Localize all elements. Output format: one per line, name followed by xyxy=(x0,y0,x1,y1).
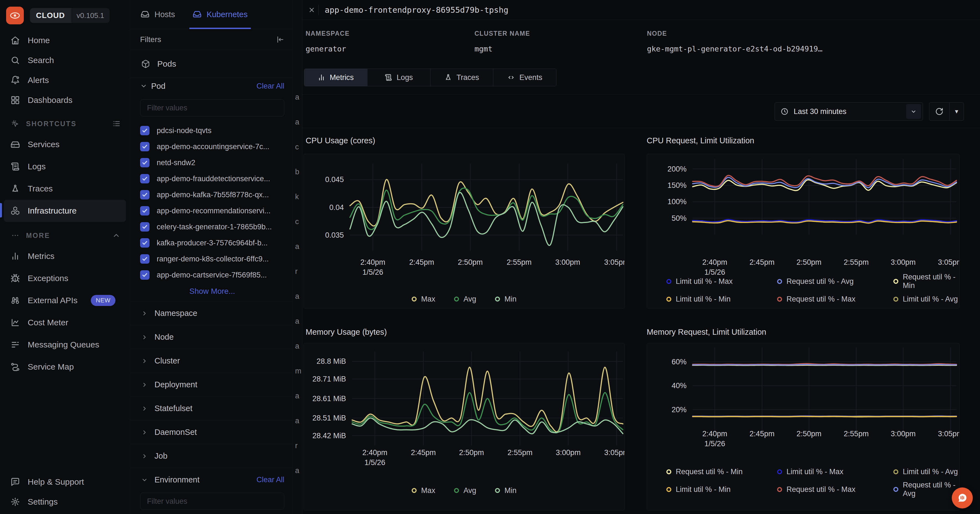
list-icon[interactable] xyxy=(112,119,121,128)
filter-section-environment[interactable]: Environment Clear All xyxy=(130,468,293,492)
legend-series-marker xyxy=(667,279,671,284)
collapse-panel-icon[interactable] xyxy=(276,35,284,44)
sidebar-item-external-apis[interactable]: External APIs NEW xyxy=(0,289,130,311)
checkbox-checked[interactable] xyxy=(140,142,150,151)
pod-option-row[interactable]: app-demo-recommendationservi... xyxy=(140,203,284,219)
pod-option-row[interactable]: app-demo-accountingservice-7c... xyxy=(140,139,284,155)
legend-item[interactable]: Request util % - Avg xyxy=(777,277,854,286)
sidebar-item-messaging-queues[interactable]: Messaging Queues xyxy=(0,334,130,356)
chevron-up-icon[interactable] xyxy=(112,231,121,240)
sidebar-item-metrics[interactable]: Metrics xyxy=(0,245,130,267)
legend-item[interactable]: Limit util % - Avg xyxy=(893,295,958,303)
environment-clear-all-link[interactable]: Clear All xyxy=(256,476,284,484)
pod-option-row[interactable]: app-demo-frauddetectionservice... xyxy=(140,171,284,187)
legend-series-marker xyxy=(667,469,671,474)
more-section-header[interactable]: MORE xyxy=(0,226,130,245)
legend-item[interactable]: Limit util % - Avg xyxy=(893,468,958,476)
chat-support-button[interactable] xyxy=(952,487,973,508)
checkbox-checked[interactable] xyxy=(140,254,150,263)
checkbox-checked[interactable] xyxy=(140,238,150,247)
legend-item[interactable]: Request util % - Avg xyxy=(893,481,959,498)
filter-section-statefulset[interactable]: Statefulset xyxy=(130,397,293,420)
legend-item[interactable]: Limit util % - Min xyxy=(667,485,730,494)
pod-option-row[interactable]: pdcsi-node-tqvts xyxy=(140,122,284,139)
chart-title-memory-request: Memory Request, Limit Utilization xyxy=(647,328,766,337)
show-more-link[interactable]: Show More... xyxy=(140,287,284,297)
refresh-interval-caret[interactable]: ▼ xyxy=(950,103,964,121)
tab-hosts[interactable]: Hosts xyxy=(137,0,178,29)
tab-kubernetes[interactable]: Kubernetes xyxy=(189,0,251,29)
refresh-button[interactable] xyxy=(929,103,949,121)
legend-item[interactable]: Min xyxy=(495,295,517,303)
checkbox-checked[interactable] xyxy=(140,206,150,216)
environment-filter-input[interactable] xyxy=(147,497,277,506)
filter-section-daemonset[interactable]: DaemonSet xyxy=(130,420,293,444)
pod-option-row[interactable]: netd-sndw2 xyxy=(140,155,284,171)
legend-item[interactable]: Max xyxy=(412,486,435,495)
legend-item[interactable]: Limit util % - Min xyxy=(667,295,730,303)
pod-option-row[interactable]: celery-task-generator-1-7865b9b... xyxy=(140,219,284,235)
legend-item[interactable]: Max xyxy=(412,295,435,303)
legend-series-label: Max xyxy=(421,486,435,495)
sidebar-item-services[interactable]: Services xyxy=(0,133,130,155)
meta-value: gke-mgmt-pl-generator-e2st4-od-b294919… xyxy=(647,44,822,53)
legend-item[interactable]: Request util % - Min xyxy=(667,468,743,476)
pod-group-header[interactable]: Pod Clear All xyxy=(140,80,284,92)
legend-item[interactable]: Min xyxy=(495,486,517,495)
legend-series-label: Limit util % - Avg xyxy=(903,468,958,476)
sidebar-item-logs[interactable]: Logs xyxy=(0,155,130,178)
legend-item[interactable]: Limit util % - Max xyxy=(777,468,843,476)
filter-section-job[interactable]: Job xyxy=(130,444,293,468)
legend-item[interactable]: Limit util % - Max xyxy=(667,277,733,286)
sidebar-item-help-support[interactable]: Help & Support xyxy=(0,472,130,492)
pod-clear-all-link[interactable]: Clear All xyxy=(256,82,284,90)
legend-item[interactable]: Request util % - Max xyxy=(777,295,856,303)
time-range-select[interactable]: Last 30 minutes xyxy=(775,102,923,121)
search-icon xyxy=(11,56,20,65)
meta-cluster: CLUSTER NAME mgmt xyxy=(474,30,530,53)
checkbox-checked[interactable] xyxy=(140,270,150,280)
sidebar-item-infrastructure[interactable]: Infrastructure xyxy=(4,200,126,222)
sidebar-item-settings[interactable]: Settings xyxy=(0,492,130,512)
shortcuts-label: SHORTCUTS xyxy=(26,120,77,128)
filter-section-namespace[interactable]: Namespace xyxy=(130,301,293,325)
svg-text:100%: 100% xyxy=(667,198,687,206)
legend-item[interactable]: Request util % - Min xyxy=(893,273,959,290)
sidebar-item-alerts[interactable]: Alerts xyxy=(0,70,130,90)
checkbox-checked[interactable] xyxy=(140,126,150,135)
sidebar-item-label: Alerts xyxy=(28,76,49,85)
checkbox-checked[interactable] xyxy=(140,174,150,183)
brand-logo-icon[interactable] xyxy=(6,6,24,24)
filter-section-cluster[interactable]: Cluster xyxy=(130,349,293,373)
filter-section-node[interactable]: Node xyxy=(130,325,293,349)
pod-option-row[interactable]: app-demo-cartservice-7f569f85... xyxy=(140,267,284,283)
route-icon xyxy=(11,362,20,371)
more-label: MORE xyxy=(26,232,50,240)
checkbox-checked[interactable] xyxy=(140,222,150,232)
close-drawer-button[interactable] xyxy=(306,5,317,16)
sidebar-item-search[interactable]: Search xyxy=(0,50,130,70)
checkbox-checked[interactable] xyxy=(140,190,150,200)
pod-option-row[interactable]: app-demo-kafka-7b55f8778c-qx... xyxy=(140,187,284,203)
sidebar-item-home[interactable]: Home xyxy=(0,30,130,50)
legend-item[interactable]: Request util % - Max xyxy=(777,485,856,494)
legend-item[interactable]: Avg xyxy=(454,295,476,303)
pod-filter-input[interactable] xyxy=(147,104,277,112)
legend-series-label: Min xyxy=(504,295,517,303)
sidebar-item-dashboards[interactable]: Dashboards xyxy=(0,90,130,110)
sidebar-item-traces[interactable]: Traces xyxy=(0,178,130,200)
pod-option-row[interactable]: kafka-producer-3-7576c964bf-b... xyxy=(140,235,284,251)
pod-option-row[interactable]: ranger-demo-k8s-collector-6ffc9... xyxy=(140,251,284,267)
sidebar-item-service-map[interactable]: Service Map xyxy=(0,356,130,378)
entity-type-row[interactable]: Pods xyxy=(130,50,293,78)
filter-section-deployment[interactable]: Deployment xyxy=(130,373,293,397)
checkbox-checked[interactable] xyxy=(140,158,150,167)
tab-metrics[interactable]: Metrics xyxy=(304,69,368,86)
tab-label: Kubernetes xyxy=(207,10,248,19)
legend-item[interactable]: Avg xyxy=(454,486,476,495)
sidebar-item-cost-meter[interactable]: Cost Meter xyxy=(0,311,130,334)
tab-events[interactable]: Events xyxy=(493,69,556,86)
sidebar-item-exceptions[interactable]: Exceptions xyxy=(0,267,130,289)
tab-logs[interactable]: Logs xyxy=(368,69,431,86)
tab-traces[interactable]: Traces xyxy=(431,69,493,86)
